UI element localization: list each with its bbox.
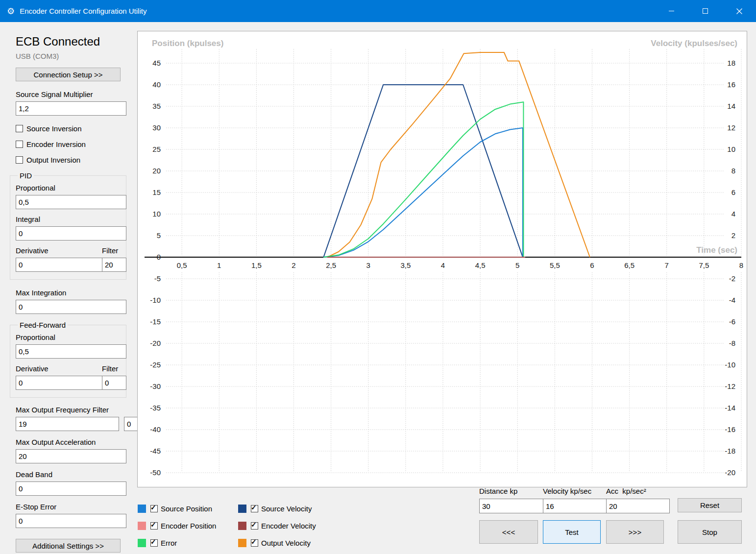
acc-input[interactable] — [606, 499, 670, 513]
svg-text:18: 18 — [727, 59, 735, 67]
svg-text:3: 3 — [366, 261, 370, 269]
pid-proportional-input[interactable] — [16, 195, 126, 209]
max-output-frequency-filter-input[interactable] — [16, 417, 119, 431]
svg-text:0,5: 0,5 — [177, 261, 187, 269]
minimize-icon — [669, 11, 674, 11]
svg-text:30: 30 — [152, 123, 161, 132]
pid-integral-input[interactable] — [16, 226, 126, 241]
ff-proportional-input[interactable] — [16, 344, 126, 359]
legend-item-source-velocity: Source Velocity — [238, 505, 339, 513]
additional-settings-button[interactable]: Additional Settings >> — [16, 539, 121, 553]
window-controls — [655, 0, 756, 22]
svg-text:1: 1 — [217, 261, 221, 269]
distance-input[interactable] — [479, 499, 544, 513]
close-button[interactable] — [722, 0, 756, 22]
max-integration-label: Max Integration — [16, 289, 121, 297]
dead-band-input[interactable] — [16, 482, 126, 496]
error-label: Error — [161, 539, 177, 547]
source-position-checkbox[interactable] — [150, 505, 158, 512]
svg-text:4: 4 — [732, 210, 735, 218]
ff-filter-input[interactable] — [102, 376, 126, 390]
svg-text:4,5: 4,5 — [475, 261, 486, 269]
ff-derivative-label: Derivative — [16, 364, 97, 373]
legend-item-source-position: Source Position — [138, 505, 238, 513]
velocity-input[interactable] — [543, 499, 607, 513]
source-inversion-option[interactable]: Source Inversion — [16, 123, 121, 133]
pid-derivative-input[interactable] — [16, 258, 103, 272]
svg-text:4: 4 — [441, 261, 445, 269]
svg-text:-25: -25 — [150, 361, 161, 369]
svg-text:-10: -10 — [725, 361, 735, 369]
source-inversion-checkbox[interactable] — [16, 125, 23, 132]
svg-text:15: 15 — [152, 188, 161, 196]
max-output-acceleration-input[interactable] — [16, 449, 126, 463]
svg-text:7: 7 — [665, 261, 669, 269]
svg-text:16: 16 — [727, 80, 735, 89]
svg-text:35: 35 — [152, 102, 161, 110]
test-button[interactable]: Test — [543, 520, 601, 544]
connection-setup-button[interactable]: Connection Setup >> — [16, 68, 121, 81]
ff-derivative-input[interactable] — [16, 376, 103, 390]
source-velocity-label: Source Velocity — [261, 505, 312, 513]
output-inversion-option[interactable]: Output Inversion — [16, 155, 121, 165]
gear-icon: ⚙ — [7, 6, 15, 17]
svg-text:8: 8 — [739, 261, 743, 269]
svg-text:2,5: 2,5 — [326, 261, 336, 269]
e-stop-error-input[interactable] — [16, 514, 126, 528]
svg-text:0: 0 — [157, 253, 161, 261]
svg-text:Velocity (kpulses/sec): Velocity (kpulses/sec) — [651, 39, 737, 48]
output-inversion-label: Output Inversion — [26, 156, 80, 164]
output-velocity-label: Output Velocity — [261, 539, 311, 547]
pid-integral-label: Integral — [16, 215, 121, 224]
encoder-velocity-swatch — [238, 522, 246, 530]
svg-text:-30: -30 — [150, 382, 161, 390]
window-title: Encoder Controller Configuration Utility — [20, 7, 146, 15]
svg-text:5: 5 — [157, 231, 161, 240]
output-inversion-checkbox[interactable] — [16, 156, 23, 164]
feed-forward-group-label: Feed-Forward — [18, 321, 68, 329]
encoder-inversion-option[interactable]: Encoder Inversion — [16, 139, 121, 149]
source-velocity-checkbox[interactable] — [251, 505, 258, 512]
encoder-position-swatch — [138, 522, 146, 530]
max-output-frequency-filter-label: Max Output Frequency Filter — [16, 406, 121, 414]
svg-text:-35: -35 — [150, 404, 161, 412]
svg-text:-12: -12 — [725, 382, 735, 390]
feed-forward-group: Feed-Forward Proportional Derivative Fil… — [10, 321, 126, 398]
encoder-velocity-checkbox[interactable] — [251, 522, 258, 530]
encoder-position-label: Encoder Position — [161, 522, 216, 530]
legend-item-output-velocity: Output Velocity — [238, 539, 339, 547]
maximize-icon — [703, 8, 708, 14]
svg-text:1,5: 1,5 — [251, 261, 262, 269]
forward-button[interactable]: >>> — [606, 520, 664, 544]
svg-text:10: 10 — [727, 145, 735, 153]
svg-text:10: 10 — [152, 210, 161, 218]
distance-label: Distance kp — [479, 487, 538, 495]
stop-button[interactable]: Stop — [678, 520, 742, 544]
pid-filter-input[interactable] — [102, 258, 126, 272]
encoder-inversion-checkbox[interactable] — [16, 141, 23, 148]
maximize-button[interactable] — [688, 0, 722, 22]
ff-proportional-label: Proportional — [16, 333, 121, 342]
legend-item-encoder-velocity: Encoder Velocity — [238, 522, 339, 530]
output-velocity-checkbox[interactable] — [251, 539, 258, 547]
svg-text:45: 45 — [152, 59, 161, 67]
max-integration-input[interactable] — [16, 300, 126, 314]
source-signal-multiplier-input[interactable] — [16, 101, 126, 116]
titlebar: ⚙ Encoder Controller Configuration Utili… — [0, 0, 756, 22]
svg-text:14: 14 — [727, 102, 735, 110]
back-button[interactable]: <<< — [479, 520, 538, 544]
source-position-swatch — [138, 505, 146, 513]
error-checkbox[interactable] — [150, 539, 158, 547]
reset-button[interactable]: Reset — [678, 498, 742, 512]
minimize-button[interactable] — [655, 0, 688, 22]
svg-text:-14: -14 — [725, 404, 735, 412]
encoder-velocity-label: Encoder Velocity — [261, 522, 316, 530]
pid-filter-label: Filter — [102, 246, 121, 255]
svg-text:8: 8 — [732, 167, 735, 175]
svg-text:5: 5 — [515, 261, 519, 269]
svg-text:-45: -45 — [150, 447, 161, 455]
svg-text:-15: -15 — [150, 317, 161, 326]
test-panel: Distance kp Velocity kp/sec Acc kp/sec² … — [479, 487, 747, 548]
encoder-position-checkbox[interactable] — [150, 522, 158, 530]
chart-legend: Source Position Encoder Position Error S… — [138, 500, 339, 552]
